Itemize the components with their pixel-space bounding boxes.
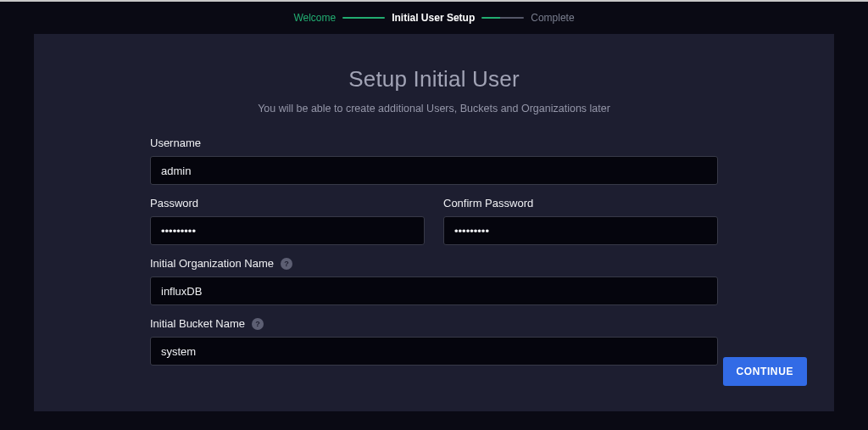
password-label: Password [150, 197, 425, 209]
confirm-password-input[interactable] [443, 216, 718, 245]
wizard-step-label: Initial User Setup [392, 12, 475, 24]
bucket-label-text: Initial Bucket Name [150, 317, 245, 330]
wizard-step-label: Complete [531, 12, 574, 24]
bucket-input[interactable] [150, 337, 718, 366]
wizard-step-welcome: Welcome [293, 12, 385, 24]
wizard-step-initial-user: Initial User Setup [392, 12, 524, 24]
username-field-group: Username [150, 137, 718, 185]
page-title: Setup Initial User [34, 66, 834, 92]
setup-form: Username Password Confirm Password Initi… [150, 137, 718, 366]
continue-button[interactable]: CONTINUE [723, 357, 807, 386]
password-field-group: Password [150, 197, 425, 245]
wizard-steps: Welcome Initial User Setup Complete [0, 2, 868, 34]
username-label: Username [150, 137, 718, 149]
wizard-connector [342, 17, 385, 19]
org-label: Initial Organization Name ? [150, 257, 718, 270]
wizard-connector [481, 17, 524, 19]
wizard-step-label: Welcome [293, 12, 336, 24]
confirm-password-label: Confirm Password [443, 197, 718, 209]
help-icon[interactable]: ? [252, 318, 264, 330]
password-input[interactable] [150, 216, 425, 245]
setup-panel: Setup Initial User You will be able to c… [34, 34, 834, 411]
org-label-text: Initial Organization Name [150, 257, 274, 270]
org-input[interactable] [150, 276, 718, 305]
bucket-label: Initial Bucket Name ? [150, 317, 718, 330]
org-field-group: Initial Organization Name ? [150, 257, 718, 305]
help-icon[interactable]: ? [281, 258, 292, 270]
page-subtitle: You will be able to create additional Us… [34, 103, 834, 114]
bucket-field-group: Initial Bucket Name ? [150, 317, 718, 366]
username-input[interactable] [150, 156, 718, 185]
confirm-password-field-group: Confirm Password [443, 197, 718, 245]
wizard-step-complete: Complete [531, 12, 574, 24]
